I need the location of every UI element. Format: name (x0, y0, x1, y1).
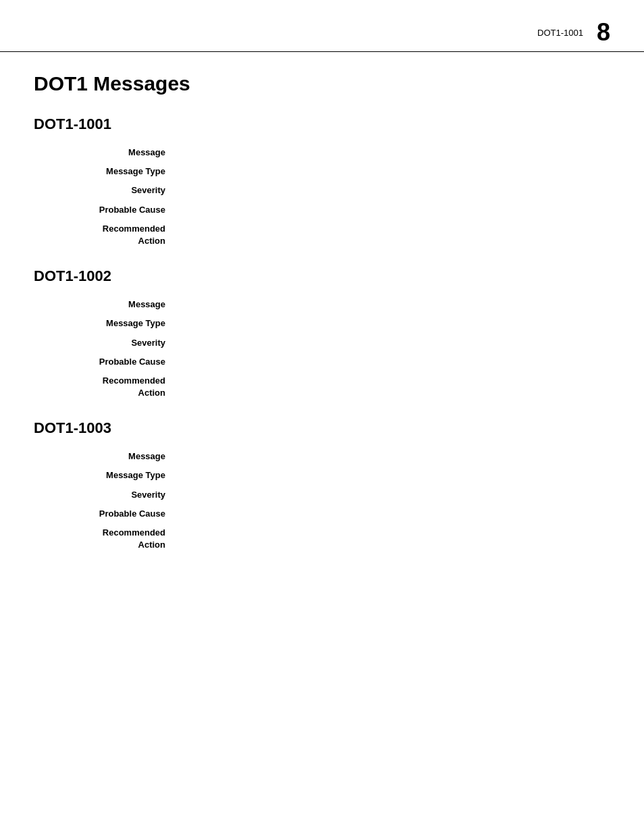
messages-container: DOT1-1001MessageMessage TypeSeverityProb… (34, 115, 610, 551)
field-row-message-type: Message Type (34, 317, 610, 330)
page-content: DOT1 Messages DOT1-1001MessageMessage Ty… (0, 59, 644, 605)
field-row-probable-cause: Probable Cause (34, 356, 610, 368)
chapter-title: DOT1 Messages (34, 72, 610, 95)
field-label-recommended-action: RecommendedAction (34, 223, 176, 247)
field-label-probable-cause: Probable Cause (34, 356, 176, 368)
field-label-message-type: Message Type (34, 165, 176, 178)
field-row-message-type: Message Type (34, 165, 610, 178)
field-label-message: Message (34, 298, 176, 311)
field-label-severity: Severity (34, 184, 176, 197)
header-page-number: 8 (597, 20, 610, 45)
message-id-DOT1-1003: DOT1-1003 (34, 419, 610, 437)
field-label-severity: Severity (34, 337, 176, 349)
message-id-DOT1-1002: DOT1-1002 (34, 267, 610, 285)
field-label-message-type: Message Type (34, 469, 176, 481)
field-label-recommended-action: RecommendedAction (34, 527, 176, 551)
field-row-message: Message (34, 450, 610, 463)
field-label-recommended-action: RecommendedAction (34, 375, 176, 399)
message-section-DOT1-1003: DOT1-1003MessageMessage TypeSeverityProb… (34, 419, 610, 551)
message-id-DOT1-1001: DOT1-1001 (34, 115, 610, 133)
field-row-recommended-action: RecommendedAction (34, 527, 610, 551)
page-header: DOT1-1001 8 (0, 0, 644, 52)
field-label-message: Message (34, 147, 176, 159)
field-row-severity: Severity (34, 489, 610, 501)
field-row-severity: Severity (34, 337, 610, 349)
field-row-message: Message (34, 298, 610, 311)
message-section-DOT1-1001: DOT1-1001MessageMessage TypeSeverityProb… (34, 115, 610, 247)
field-label-probable-cause: Probable Cause (34, 508, 176, 520)
message-section-DOT1-1002: DOT1-1002MessageMessage TypeSeverityProb… (34, 267, 610, 399)
field-row-probable-cause: Probable Cause (34, 204, 610, 216)
field-row-severity: Severity (34, 184, 610, 197)
header-code: DOT1-1001 (537, 28, 583, 38)
field-row-message: Message (34, 147, 610, 159)
field-row-recommended-action: RecommendedAction (34, 375, 610, 399)
field-row-message-type: Message Type (34, 469, 610, 481)
field-row-probable-cause: Probable Cause (34, 508, 610, 520)
field-label-severity: Severity (34, 489, 176, 501)
field-label-message: Message (34, 450, 176, 463)
field-label-probable-cause: Probable Cause (34, 204, 176, 216)
field-row-recommended-action: RecommendedAction (34, 223, 610, 247)
field-label-message-type: Message Type (34, 317, 176, 330)
